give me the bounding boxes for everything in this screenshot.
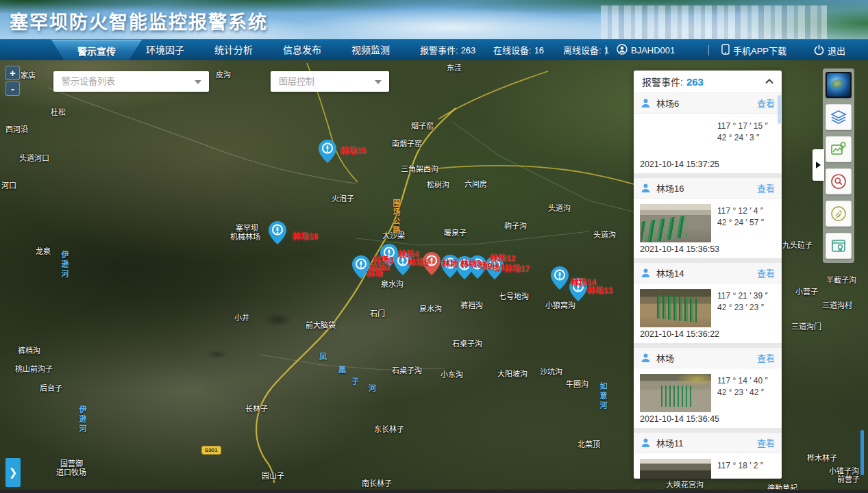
- alarm-panel-header: 报警事件: 263: [634, 71, 782, 93]
- view-link[interactable]: 查看: [757, 436, 775, 449]
- map-annotation-button[interactable]: [826, 136, 852, 162]
- alarm-item-body: 117 ° 12 ′ 4 ″ 42 ° 24 ′ 57 ″ 2021-10-14…: [634, 199, 782, 258]
- alarm-item-header[interactable]: 林场6 查看: [634, 93, 782, 114]
- search-icon: [830, 173, 847, 190]
- alarm-list-item: 林场16 查看 117 ° 12 ′ 4 ″ 42 ° 24 ′ 57 ″ 20…: [634, 178, 782, 258]
- alarm-item-header[interactable]: 林场11 查看: [634, 433, 782, 453]
- alarm-coordinates: 117 ° 17 ′ 15 ″ 42 ° 24 ′ 3 ″: [717, 121, 768, 144]
- zoom-out-button[interactable]: -: [5, 81, 20, 96]
- map-place-label: 头道沟: [593, 229, 616, 240]
- map-marker-pin[interactable]: [319, 140, 336, 163]
- alarm-item-header[interactable]: 林场14 查看: [634, 263, 782, 283]
- alarm-timestamp: 2021-10-14 15:37:25: [640, 160, 719, 169]
- expand-left-panel-button[interactable]: ❯: [5, 458, 21, 487]
- marker-label: 林场: [367, 267, 383, 279]
- marker-label: 林场17: [504, 262, 530, 274]
- tab-warning-publicity[interactable]: 警示宣传: [51, 40, 142, 61]
- stat-alarm-events: 报警事件:263: [420, 40, 475, 61]
- alarm-item-body: 117 ° 18 ′ 2 ″: [634, 453, 782, 479]
- map-river-label: 凤: [319, 351, 327, 362]
- collapse-panel-button[interactable]: [765, 79, 773, 84]
- divider: [606, 45, 606, 55]
- tab-statistics[interactable]: 统计分析: [203, 40, 264, 61]
- layer-control-dropdown[interactable]: 图层控制: [271, 71, 389, 92]
- map-marker-pin[interactable]: [269, 221, 286, 244]
- clear-map-button[interactable]: [826, 201, 852, 227]
- alarm-panel-count: 263: [686, 76, 704, 88]
- tab-video-monitor[interactable]: 视频监测: [340, 40, 401, 61]
- map-place-label: 后台子: [40, 382, 62, 393]
- map-place-label: 大阳坡沟: [497, 368, 528, 379]
- view-link[interactable]: 查看: [757, 181, 775, 194]
- bottom-edge-strip: [0, 490, 868, 493]
- person-icon: [641, 183, 651, 193]
- alarm-item-body: 117 ° 17 ′ 15 ″ 42 ° 24 ′ 3 ″ 2021-10-14…: [634, 114, 782, 173]
- alarm-site-name: 林场16: [656, 181, 757, 194]
- map-place-label: 机械林场: [230, 231, 260, 242]
- divider: [634, 173, 782, 178]
- map-river-label: 河: [369, 382, 376, 393]
- map-place-label: 东长林子: [374, 423, 404, 434]
- app-download-label: 手机APP下载: [733, 44, 786, 57]
- user-menu[interactable]: BJAHD001: [617, 40, 675, 61]
- map-place-label: 七号地沟: [499, 290, 529, 301]
- expand-right-panel-button[interactable]: [813, 149, 824, 181]
- alarm-item-body: 117 ° 14 ′ 40 ″ 42 ° 23 ′ 42 ″ 2021-10-1…: [634, 368, 782, 428]
- logout-button[interactable]: 退出: [814, 40, 845, 61]
- city-skyline-decoration: [601, 5, 827, 39]
- device-list-dropdown[interactable]: 警示设备列表: [53, 71, 209, 92]
- map-place-label: 沙坑沟: [540, 366, 562, 377]
- map-place-label: 裤档沟: [18, 344, 40, 355]
- alarm-snapshot-photo: [640, 204, 711, 242]
- tab-info-publish[interactable]: 信息发布: [271, 40, 333, 61]
- map-place-label: 北菜顶: [578, 438, 600, 449]
- map-place-label: 龙泉: [36, 245, 51, 256]
- alarm-list-item: 林场 查看 117 ° 14 ′ 40 ″ 42 ° 23 ′ 42 ″ 202…: [634, 348, 782, 428]
- map-place-label: 前大脑袋: [306, 319, 336, 330]
- layer-control-button[interactable]: [826, 104, 852, 130]
- map-place-label: 三角架西沟: [401, 163, 438, 174]
- alarm-timestamp: 2021-10-14 15:36:22: [640, 329, 719, 339]
- chevron-down-icon: [195, 80, 201, 84]
- alarm-item-header[interactable]: 林场 查看: [634, 348, 782, 368]
- map-place-label: 小东沟: [441, 368, 463, 379]
- alarm-item-header[interactable]: 林场16 查看: [634, 178, 782, 199]
- map-place-label: 石桌子沟: [452, 338, 482, 349]
- map-marker-pin[interactable]: [551, 266, 569, 290]
- map-place-label: 牛圈沟: [566, 378, 588, 389]
- user-icon: [617, 44, 628, 57]
- banner: 塞罕坝防火智能监控报警系统: [0, 0, 868, 39]
- view-link[interactable]: 查看: [757, 351, 775, 364]
- device-panel-button[interactable]: [826, 233, 852, 259]
- alarm-list-item: 林场14 查看 117 ° 21 ′ 39 ″ 42 ° 23 ′ 23 ″ 2…: [634, 263, 782, 343]
- globe-icon: [827, 73, 850, 97]
- panel-scrollbar[interactable]: [778, 95, 781, 124]
- satellite-view-button[interactable]: [826, 72, 852, 98]
- map-place-label: 南长林子: [362, 477, 392, 488]
- map-place-label: 长林子: [245, 403, 268, 414]
- view-link[interactable]: 查看: [757, 97, 775, 110]
- view-link[interactable]: 查看: [757, 266, 775, 279]
- map-place-label: 三道沟村: [822, 299, 852, 310]
- map-place-label: 六间房: [464, 178, 487, 189]
- alarm-timestamp: 2021-10-14 15:36:53: [640, 244, 719, 254]
- chevron-right-icon: [816, 162, 821, 168]
- alarm-coordinates: 117 ° 12 ′ 4 ″ 42 ° 24 ′ 57 ″: [717, 205, 764, 229]
- alarm-snapshot-photo: [640, 459, 711, 479]
- map-place-label: 三道沟门: [791, 320, 821, 331]
- map-place-label: 烟子窑: [411, 120, 434, 131]
- map-place-label: 泉水沟: [381, 278, 404, 289]
- area-search-button[interactable]: [826, 168, 852, 194]
- map-river-label: 子: [351, 375, 359, 386]
- map-place-label: 松树沟: [427, 179, 449, 190]
- map-place-label: 裤裆沟: [460, 299, 483, 310]
- app-root: 塞罕坝防火智能监控报警系统 警示宣传 环境因子 统计分析 信息发布 视频监测 报…: [0, 0, 868, 493]
- stat-online-devices: 在线设备:16: [493, 40, 544, 61]
- person-icon: [641, 438, 651, 448]
- broom-icon: [830, 205, 847, 222]
- person-icon: [641, 353, 651, 363]
- marker-label: 林场16: [293, 230, 318, 242]
- tab-environment-factors[interactable]: 环境因子: [134, 40, 196, 61]
- zoom-in-button[interactable]: +: [5, 66, 20, 80]
- app-download-button[interactable]: 手机APP下载: [721, 40, 786, 61]
